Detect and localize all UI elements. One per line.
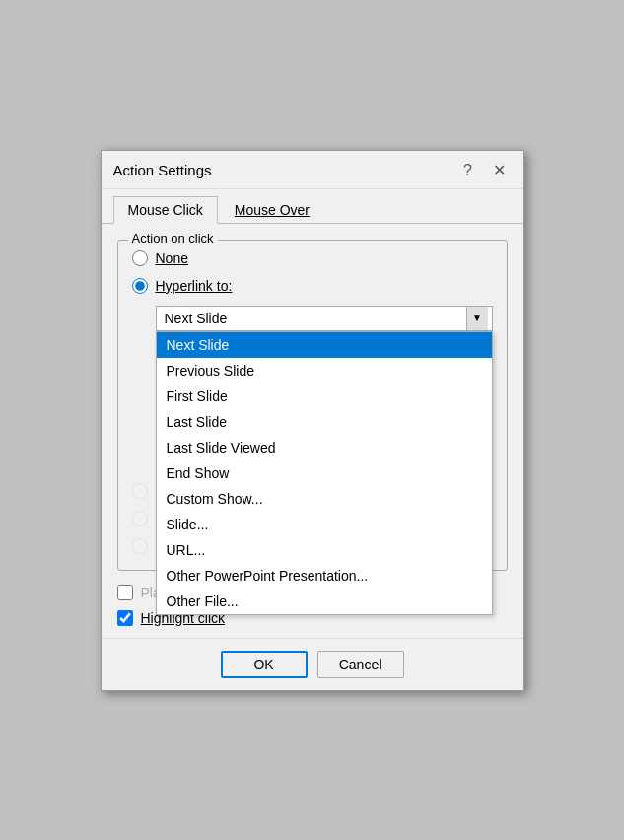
- dropdown-item-end-show[interactable]: End Show: [157, 460, 492, 486]
- highlight-click-checkbox[interactable]: [117, 610, 133, 626]
- dropdown-item-slide[interactable]: Slide...: [157, 512, 492, 537]
- dropdown-item-next-slide[interactable]: Next Slide: [157, 332, 492, 358]
- action-on-click-group: Action on click None Hyperlink to: Next …: [117, 240, 508, 571]
- dropdown-current-value: Next Slide: [165, 311, 228, 326]
- tab-mouse-click[interactable]: Mouse Click: [113, 196, 218, 224]
- run-macro-radio[interactable]: [132, 511, 148, 526]
- tab-bar: Mouse Click Mouse Over: [102, 189, 523, 224]
- dialog-footer: OK Cancel: [102, 638, 523, 690]
- title-bar: Action Settings ? ✕: [102, 151, 523, 189]
- dropdown-item-previous-slide[interactable]: Previous Slide: [157, 358, 492, 384]
- run-program-radio[interactable]: [132, 483, 148, 499]
- help-button[interactable]: ?: [456, 159, 480, 182]
- object-action-radio[interactable]: [132, 538, 148, 554]
- hyperlink-radio[interactable]: [132, 278, 148, 294]
- dialog-content: Action on click None Hyperlink to: Next …: [102, 224, 523, 638]
- cancel-button[interactable]: Cancel: [317, 651, 404, 678]
- hyperlink-option-row: Hyperlink to:: [132, 278, 493, 294]
- dropdown-item-custom-show[interactable]: Custom Show...: [157, 486, 492, 512]
- hyperlink-dropdown[interactable]: Next Slide ▼: [156, 306, 493, 331]
- hyperlink-dropdown-container: Next Slide ▼ Next Slide Previous Slide F…: [156, 306, 493, 331]
- dropdown-item-other-ppt[interactable]: Other PowerPoint Presentation...: [157, 563, 492, 589]
- none-radio[interactable]: [132, 250, 148, 266]
- close-button[interactable]: ✕: [488, 159, 512, 182]
- dropdown-item-last-slide[interactable]: Last Slide: [157, 409, 492, 435]
- dropdown-arrow-icon[interactable]: ▼: [466, 307, 488, 330]
- dropdown-item-other-file[interactable]: Other File...: [157, 589, 492, 614]
- play-sound-checkbox[interactable]: [117, 585, 133, 600]
- dropdown-item-last-slide-viewed[interactable]: Last Slide Viewed: [157, 435, 492, 460]
- none-label[interactable]: None: [156, 250, 188, 266]
- dropdown-list: Next Slide Previous Slide First Slide La…: [156, 331, 493, 615]
- action-settings-dialog: Action Settings ? ✕ Mouse Click Mouse Ov…: [101, 150, 524, 691]
- group-label: Action on click: [128, 231, 218, 245]
- dropdown-item-url[interactable]: URL...: [157, 537, 492, 563]
- hyperlink-label[interactable]: Hyperlink to:: [156, 278, 233, 294]
- dropdown-item-first-slide[interactable]: First Slide: [157, 384, 492, 409]
- dialog-title: Action Settings: [113, 162, 212, 178]
- tab-mouse-over[interactable]: Mouse Over: [220, 196, 324, 224]
- none-option-row: None: [132, 250, 493, 266]
- ok-button[interactable]: OK: [221, 651, 308, 678]
